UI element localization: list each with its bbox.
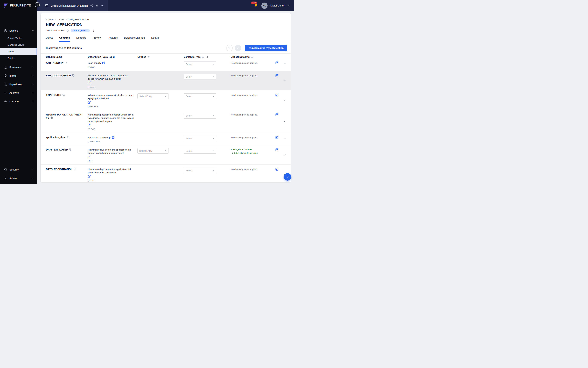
tab-columns[interactable]: Columns: [59, 35, 70, 42]
edit-row-icon[interactable]: [275, 136, 278, 139]
edit-description-icon[interactable]: [88, 156, 134, 159]
edit-row-icon[interactable]: [275, 113, 278, 117]
check-icon: [4, 91, 7, 94]
sidebar-item-admin[interactable]: Admin: [0, 174, 37, 182]
edit-row-icon[interactable]: [275, 61, 278, 65]
avatar[interactable]: XC: [261, 3, 267, 9]
confirm-button[interactable]: [235, 45, 241, 51]
more-options-icon[interactable]: ⋮: [91, 29, 96, 32]
chevron-right-icon: [32, 74, 34, 77]
semantic-type-select[interactable]: Select: [184, 136, 216, 141]
edit-description-icon[interactable]: [112, 136, 114, 139]
tab-features[interactable]: Features: [107, 35, 118, 42]
expand-chevron-icon[interactable]: [283, 99, 286, 101]
edit-description-icon[interactable]: [88, 81, 134, 85]
clear-icon[interactable]: [212, 63, 214, 65]
edit-description-icon[interactable]: [88, 175, 134, 179]
sidebar-item-formulate[interactable]: Formulate: [0, 63, 37, 71]
sidebar-collapse-button[interactable]: [35, 2, 40, 7]
tab-details[interactable]: Details: [151, 35, 159, 42]
expand-chevron-icon[interactable]: [283, 79, 286, 82]
chevron-down-icon[interactable]: [101, 4, 103, 7]
expand-chevron-icon[interactable]: [283, 62, 286, 65]
entity-select[interactable]: Select Entity: [137, 93, 169, 99]
tab-about[interactable]: About: [46, 35, 53, 42]
search-button[interactable]: [226, 45, 233, 51]
expand-chevron-icon[interactable]: [283, 137, 286, 140]
clear-icon[interactable]: [212, 150, 214, 152]
gear-icon[interactable]: [95, 4, 98, 7]
notification-badge: 999+: [251, 1, 257, 4]
copy-icon[interactable]: [72, 74, 75, 77]
sidebar-item-approve[interactable]: Approve: [0, 89, 37, 97]
edit-description-icon[interactable]: [88, 101, 134, 104]
search-icon: [228, 47, 231, 50]
help-button[interactable]: ?: [284, 173, 291, 181]
sidebar-item-managed-views[interactable]: Managed Views: [0, 42, 37, 48]
brand-name: FEATUREBYTE: [10, 4, 31, 7]
edit-row-icon[interactable]: [275, 93, 278, 97]
run-semantic-type-detection-button[interactable]: Run Semantic Type Detection: [245, 45, 287, 51]
clear-icon[interactable]: [212, 115, 214, 117]
filter-icon[interactable]: [206, 56, 209, 58]
table-body: AMT_ANNUITY Loan annuity [FLOAT] Select …: [41, 60, 291, 183]
sidebar-item-security[interactable]: Security: [0, 165, 37, 174]
sidebar-item-ideate[interactable]: Ideate: [0, 71, 37, 80]
entity-select[interactable]: Select Entity: [137, 148, 169, 154]
copy-icon[interactable]: [67, 136, 69, 139]
critical-data-title: 1. Disguised values:: [231, 148, 272, 151]
sidebar: FEATUREBYTE Explore Source Tables Manage…: [0, 0, 37, 184]
semantic-type-select[interactable]: Select: [184, 148, 216, 154]
copy-icon[interactable]: [74, 168, 76, 171]
breadcrumb-tables[interactable]: Tables: [58, 18, 64, 21]
tab-preview[interactable]: Preview: [92, 35, 102, 42]
header-column-name: Column Name: [46, 55, 88, 58]
data-type: [INT]: [88, 160, 134, 162]
help-circle-icon[interactable]: [251, 56, 253, 58]
chevron-down-icon[interactable]: [287, 4, 290, 7]
semantic-type-select[interactable]: Select: [184, 61, 216, 67]
copy-icon[interactable]: [51, 117, 53, 120]
sidebar-item-explore[interactable]: Explore: [0, 26, 37, 35]
edit-row-icon[interactable]: [275, 168, 278, 171]
semantic-type-select[interactable]: Select: [184, 168, 216, 173]
tab-describe[interactable]: Describe: [76, 35, 86, 42]
table-type-label: DIMENSION TABLE: [46, 29, 65, 32]
critical-data-info: No cleaning steps applied.: [231, 168, 258, 171]
clear-icon[interactable]: [212, 169, 214, 172]
bullet-icon: [232, 153, 233, 154]
notifications-button[interactable]: 999+: [254, 3, 258, 8]
help-circle-icon[interactable]: [147, 56, 150, 58]
tab-bar: About Columns Describe Preview Features …: [41, 35, 291, 42]
tab-database-diagram[interactable]: Database Diagram: [124, 35, 145, 42]
edit-row-icon[interactable]: [275, 74, 278, 78]
semantic-type-select[interactable]: Select: [184, 74, 216, 79]
user-name[interactable]: Xavier Conort: [270, 4, 285, 7]
chevron-right-icon: [32, 66, 34, 68]
clear-icon[interactable]: [212, 138, 214, 140]
expand-chevron-icon[interactable]: [283, 120, 286, 123]
copy-icon[interactable]: [62, 94, 65, 97]
sidebar-item-entities[interactable]: Entities: [0, 55, 37, 62]
edit-description-icon[interactable]: [88, 124, 134, 127]
help-circle-icon[interactable]: [202, 56, 204, 58]
activity-icon: [4, 100, 7, 103]
expand-chevron-icon[interactable]: [283, 153, 286, 156]
sidebar-item-source-tables[interactable]: Source Tables: [0, 35, 37, 42]
semantic-type-select[interactable]: Select: [184, 113, 216, 119]
sidebar-item-manage[interactable]: Manage: [0, 97, 37, 106]
clear-icon[interactable]: [212, 95, 214, 97]
entity-select-placeholder: Select Entity: [139, 150, 152, 152]
clear-icon[interactable]: [212, 76, 214, 78]
sidebar-item-experiment[interactable]: Experiment: [0, 80, 37, 89]
breadcrumb-explore[interactable]: Explore: [46, 18, 53, 21]
copy-icon[interactable]: [65, 62, 67, 65]
semantic-type-select[interactable]: Select: [184, 93, 216, 99]
explore-submenu: Source Tables Managed Views Tables Entit…: [0, 35, 37, 62]
help-circle-icon[interactable]: [66, 29, 69, 32]
edit-description-icon[interactable]: [102, 62, 105, 65]
copy-icon[interactable]: [69, 148, 71, 152]
share-icon[interactable]: [90, 4, 93, 7]
edit-row-icon[interactable]: [275, 148, 278, 152]
sidebar-item-tables[interactable]: Tables: [0, 48, 37, 55]
